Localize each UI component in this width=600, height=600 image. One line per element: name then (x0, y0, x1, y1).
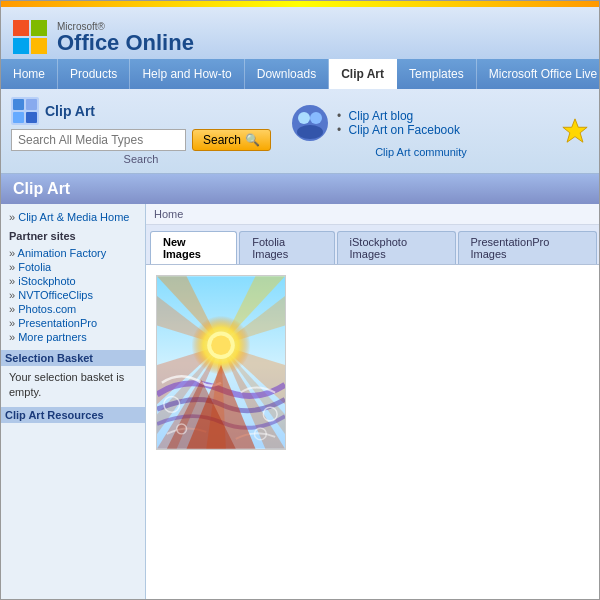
svg-rect-8 (26, 112, 37, 123)
svg-rect-7 (13, 112, 24, 123)
tabs-row: New Images Fotolia Images iStockphoto Im… (146, 225, 599, 265)
nav-templates[interactable]: Templates (397, 59, 477, 89)
sidebar-link-istockphoto[interactable]: iStockphoto (9, 274, 137, 288)
clip-art-facebook-link[interactable]: Clip Art on Facebook (349, 123, 460, 137)
sidebar-link-animation[interactable]: Animation Factory (9, 246, 137, 260)
nav-bar: Home Products Help and How-to Downloads … (1, 59, 599, 89)
nav-downloads[interactable]: Downloads (245, 59, 329, 89)
nav-officelive[interactable]: Microsoft Office Live (477, 59, 600, 89)
svg-rect-3 (31, 38, 47, 54)
tab-istockphoto[interactable]: iStockphoto Images (337, 231, 456, 264)
logo-office: Office Online (57, 32, 194, 54)
community-links: • Clip Art blog • Clip Art on Facebook (337, 109, 460, 137)
svg-rect-6 (26, 99, 37, 110)
sidebar-selection-basket-title: Selection Basket (1, 350, 145, 366)
toolbar-section-label: Clip Art (45, 103, 95, 119)
svg-rect-1 (31, 20, 47, 36)
svg-point-10 (298, 112, 310, 124)
header: Microsoft® Office Online (1, 7, 599, 59)
sidebar-partner-title: Partner sites (9, 230, 137, 242)
svg-point-11 (310, 112, 322, 124)
clip-art-thumbnail[interactable] (156, 275, 286, 450)
page-title-bar: Clip Art (1, 174, 599, 204)
nav-clipart[interactable]: Clip Art (329, 59, 397, 89)
tab-presentationpro[interactable]: PresentationPro Images (458, 231, 598, 264)
svg-rect-5 (13, 99, 24, 110)
sidebar-link-presentationpro[interactable]: PresentationPro (9, 316, 137, 330)
svg-rect-2 (13, 38, 29, 54)
search-icon: 🔍 (245, 133, 260, 147)
search-row: Search 🔍 (11, 129, 271, 151)
svg-point-28 (211, 335, 231, 355)
page-title: Clip Art (13, 180, 70, 197)
browser-frame: Microsoft® Office Online Home Products H… (0, 0, 600, 600)
sidebar-link-media-home[interactable]: Clip Art & Media Home (9, 210, 137, 224)
sidebar-link-nvtoffice[interactable]: NVTOfficeClips (9, 288, 137, 302)
nav-products[interactable]: Products (58, 59, 130, 89)
sidebar: Clip Art & Media Home Partner sites Anim… (1, 204, 146, 600)
community-link-facebook: • Clip Art on Facebook (337, 123, 460, 137)
search-button[interactable]: Search 🔍 (192, 129, 271, 151)
search-input[interactable] (11, 129, 186, 151)
logo-text: Microsoft® Office Online (57, 21, 194, 54)
community-icon (291, 104, 329, 142)
sidebar-resources-title: Clip Art Resources (1, 407, 145, 423)
community-link-blog: • Clip Art blog (337, 109, 460, 123)
toolbar-label-row: Clip Art (11, 97, 271, 125)
nav-help[interactable]: Help and How-to (130, 59, 244, 89)
svg-rect-0 (13, 20, 29, 36)
tab-fotolia[interactable]: Fotolia Images (239, 231, 334, 264)
clip-art-blog-link[interactable]: Clip Art blog (349, 109, 414, 123)
sidebar-link-morepartners[interactable]: More partners (9, 330, 137, 344)
tab-new-images[interactable]: New Images (150, 231, 237, 264)
svg-point-12 (297, 125, 323, 139)
clipart-toolbar-icon (11, 97, 39, 125)
toolbar: Clip Art Search 🔍 Search (1, 89, 599, 174)
toolbar-community-row: • Clip Art blog • Clip Art on Facebook (291, 104, 460, 142)
star-icon (561, 117, 589, 145)
main-content: Clip Art & Media Home Partner sites Anim… (1, 204, 599, 600)
search-label: Search (11, 153, 271, 165)
office-logo-icon (11, 18, 49, 56)
sidebar-link-fotolia[interactable]: Fotolia (9, 260, 137, 274)
toolbar-right: • Clip Art blog • Clip Art on Facebook C… (281, 104, 551, 158)
toolbar-left: Clip Art Search 🔍 Search (11, 97, 271, 165)
sidebar-link-photos[interactable]: Photos.com (9, 302, 137, 316)
content-area: Home New Images Fotolia Images iStockpho… (146, 204, 599, 600)
community-label: Clip Art community (291, 146, 551, 158)
breadcrumb: Home (146, 204, 599, 225)
svg-marker-13 (563, 119, 587, 142)
image-grid (146, 265, 599, 600)
nav-home[interactable]: Home (1, 59, 58, 89)
sidebar-basket-text: Your selection basket is empty. (9, 370, 137, 401)
